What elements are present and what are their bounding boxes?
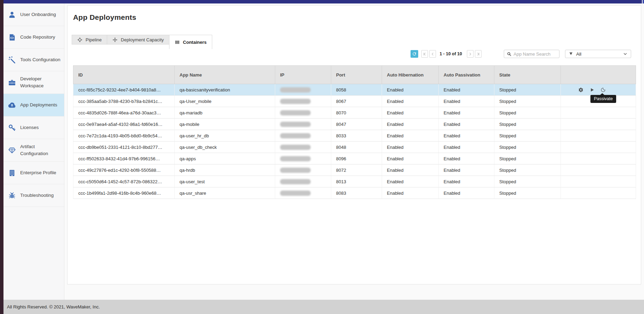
wand-icon <box>3 56 20 64</box>
cell-id: ccc-4835d026-788f-46ea-a76d-30aac3… <box>73 107 175 119</box>
cell-auto-passivation: Enabled <box>439 176 494 187</box>
cell-auto-passivation: Enabled <box>439 119 494 130</box>
cell-id: ccc-7e72c1da-4193-4b05-b8d0-6b9c54… <box>73 130 175 142</box>
cell-app-name: qa-user_test <box>175 176 275 187</box>
last-page-button[interactable] <box>475 50 482 58</box>
cell-actions <box>561 164 636 176</box>
table-row[interactable]: ccc-49c27876-ed1c-4292-b0f8-550588…qa-hr… <box>73 164 636 176</box>
briefcase-icon <box>3 79 20 87</box>
cell-app-name: qa-user_hr_db <box>175 130 275 142</box>
column-header-app-name: App Name <box>175 66 275 84</box>
start-icon[interactable] <box>589 87 595 92</box>
tab-deployment-capacity[interactable]: Deployment Capacity <box>107 35 169 45</box>
table-row[interactable]: ccc-ff502633-8432-41d4-97b6-996156…qa-ap… <box>73 153 636 164</box>
filter-icon <box>569 52 573 56</box>
settings-icon[interactable] <box>578 87 583 92</box>
cell-auto-hibernation: Enabled <box>382 164 439 176</box>
search-icon <box>507 52 511 56</box>
scrollbar-thumb[interactable] <box>643 0 644 3</box>
search-input[interactable] <box>514 51 556 57</box>
ip-redacted <box>280 191 311 196</box>
prev-page-button[interactable] <box>429 50 436 58</box>
sidebar-item-troubleshooting[interactable]: Troubleshooting <box>3 184 64 207</box>
footer-text: All Rights Reserved. © 2021, WaveMaker, … <box>7 304 100 309</box>
passivate-icon[interactable] <box>601 87 606 92</box>
cell-id: ccc-c5050d64-1452-4c57-872b-086322… <box>73 176 175 187</box>
sidebar-item-enterprise-profile[interactable]: Enterprise Profile <box>3 162 64 184</box>
cell-app-name: qa-User_mobile <box>175 96 275 107</box>
tab-pipeline[interactable]: Pipeline <box>72 35 107 45</box>
cell-state: Stopped <box>494 153 561 164</box>
table-row[interactable]: ccc-f85c75c2-9232-4ee7-b404-9810a8…qa-ba… <box>73 84 636 96</box>
cell-ip <box>275 107 331 119</box>
tab-containers[interactable]: Containers <box>169 35 212 49</box>
cell-auto-hibernation: Enabled <box>382 142 439 153</box>
cell-state: Stopped <box>494 142 561 153</box>
sidebar-item-tools-configuration[interactable]: Tools Configuration <box>3 49 64 71</box>
next-page-button[interactable] <box>467 50 474 58</box>
cell-state: Stopped <box>494 130 561 142</box>
cell-auto-passivation: Enabled <box>439 84 494 96</box>
cell-auto-hibernation: Enabled <box>382 84 439 96</box>
table-row[interactable]: ccc-1b499fa1-2d98-416b-8c4b-960e68…qa-us… <box>73 187 636 199</box>
cell-id: ccc-ff502633-8432-41d4-97b6-996156… <box>73 153 175 164</box>
cell-auto-hibernation: Enabled <box>382 153 439 164</box>
refresh-button[interactable] <box>411 50 418 58</box>
cell-state: Stopped <box>494 187 561 199</box>
column-header-ip: IP <box>275 66 331 84</box>
column-header-auto-hibernation: Auto Hibernation <box>382 66 439 84</box>
cell-port: 8083 <box>331 187 382 199</box>
column-header-actions <box>561 66 636 84</box>
sidebar-item-artifact-configuration[interactable]: Artifact Configuration <box>3 139 64 162</box>
page-title: App Deployments <box>73 13 136 22</box>
cell-port: 8033 <box>331 130 382 142</box>
table-row[interactable]: ccc-7e72c1da-4193-4b05-b8d0-6b9c54…qa-us… <box>73 130 636 142</box>
containers-table: IDApp NameIPPortAuto HibernationAuto Pas… <box>73 65 636 199</box>
cell-ip <box>275 84 331 96</box>
sidebar-item-label: User Onboarding <box>20 11 56 18</box>
cell-port: 8058 <box>331 84 382 96</box>
sidebar-item-developer-workspace[interactable]: Developer Workspace <box>3 71 64 94</box>
pipeline-icon <box>77 37 82 42</box>
cell-port: 8067 <box>331 96 382 107</box>
cell-state: Stopped <box>494 84 561 96</box>
cell-id: ccc-385aa5ab-3788-4230-b78a-b2841c… <box>73 96 175 107</box>
sidebar-item-label: Tools Configuration <box>20 56 61 63</box>
cell-port: 8096 <box>331 153 382 164</box>
first-page-button[interactable] <box>421 50 428 58</box>
cloud-upload-icon <box>3 101 20 109</box>
table-row[interactable]: ccc-db9be051-2331-4121-8c10-8bd277…qa-us… <box>73 142 636 153</box>
diamond-icon <box>3 146 20 154</box>
cell-auto-passivation: Enabled <box>439 96 494 107</box>
table-row[interactable]: ccc-385aa5ab-3788-4230-b78a-b2841c…qa-Us… <box>73 96 636 107</box>
cell-app-name: qa-apps <box>175 153 275 164</box>
sidebar-item-app-deployments[interactable]: App Deployments <box>3 94 64 116</box>
cell-auto-hibernation: Enabled <box>382 119 439 130</box>
ip-redacted <box>280 122 311 127</box>
cell-actions <box>561 142 636 153</box>
move-icon <box>112 37 118 42</box>
cell-auto-passivation: Enabled <box>439 107 494 119</box>
cell-id: ccc-db9be051-2331-4121-8c10-8bd277… <box>73 142 175 153</box>
table-row[interactable]: ccc-0e97aea4-a5af-4102-86a1-fd60e16…qa-m… <box>73 119 636 130</box>
ip-redacted <box>280 156 311 161</box>
cell-actions <box>561 107 636 119</box>
cell-id: ccc-49c27876-ed1c-4292-b0f8-550588… <box>73 164 175 176</box>
table-row[interactable]: ccc-c5050d64-1452-4c57-872b-086322…qa-us… <box>73 176 636 187</box>
tab-label: Containers <box>183 40 207 45</box>
table-row[interactable]: ccc-4835d026-788f-46ea-a76d-30aac3…qa-ma… <box>73 107 636 119</box>
sidebar-item-user-onboarding[interactable]: User Onboarding <box>3 3 64 26</box>
ip-redacted <box>280 168 311 173</box>
sidebar-item-licenses[interactable]: Licenses <box>3 116 64 139</box>
app-filter-select[interactable]: All <box>565 50 631 58</box>
cell-actions <box>561 153 636 164</box>
top-bar <box>0 0 642 3</box>
row-actions <box>566 87 636 92</box>
cell-auto-passivation: Enabled <box>439 164 494 176</box>
sidebar-item-label: App Deployments <box>20 102 57 108</box>
prev-page-icon <box>430 52 435 56</box>
cell-state: Stopped <box>494 96 561 107</box>
footer: All Rights Reserved. © 2021, WaveMaker, … <box>0 300 644 314</box>
app-name-search <box>504 50 559 58</box>
sidebar-item-code-repository[interactable]: Code Repository <box>3 26 64 49</box>
